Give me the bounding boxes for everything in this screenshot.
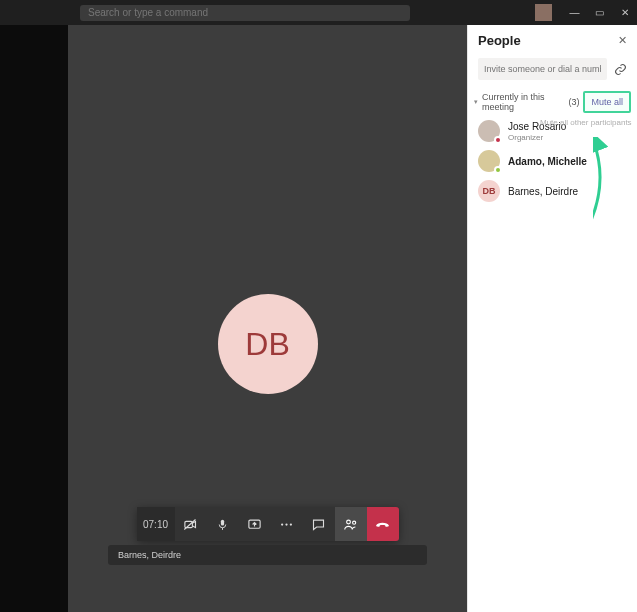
close-icon: ✕ — [621, 7, 629, 18]
window-minimize-button[interactable]: — — [562, 0, 587, 25]
people-button[interactable] — [335, 507, 367, 541]
hang-up-button[interactable] — [367, 507, 399, 541]
camera-off-icon — [183, 517, 198, 532]
window-maximize-button[interactable]: ▭ — [587, 0, 612, 25]
participant-name-bar: Barnes, Deirdre — [108, 545, 427, 565]
more-actions-button[interactable] — [271, 507, 303, 541]
avatar-initials: DB — [245, 326, 289, 363]
svg-point-9 — [352, 521, 355, 524]
link-icon — [614, 63, 627, 76]
svg-point-5 — [281, 523, 283, 525]
avatar — [478, 120, 500, 142]
me-avatar[interactable] — [535, 4, 552, 21]
maximize-icon: ▭ — [595, 7, 604, 18]
meeting-toolbar: 07:10 — [137, 507, 399, 541]
app-rail — [0, 25, 68, 612]
search-input[interactable] — [88, 7, 402, 18]
people-panel-title: People — [478, 33, 521, 48]
share-icon — [247, 517, 262, 532]
mic-toggle-button[interactable] — [207, 507, 239, 541]
people-icon — [343, 517, 359, 532]
participant-avatar-large: DB — [218, 294, 318, 394]
avatar: DB — [478, 180, 500, 202]
title-bar: — ▭ ✕ — [0, 0, 637, 25]
svg-rect-0 — [185, 521, 193, 527]
participant-text: Barnes, Deirdre — [508, 186, 578, 197]
camera-toggle-button[interactable] — [175, 507, 207, 541]
participant-row[interactable]: Adamo, Michelle — [468, 146, 637, 176]
participants-section-header[interactable]: ▾ Currently in this meeting (3) Mute all — [468, 88, 637, 116]
people-panel: People ✕ ▾ Currently in this meeting (3)… — [467, 25, 637, 612]
svg-point-8 — [346, 520, 350, 524]
window-close-button[interactable]: ✕ — [612, 0, 637, 25]
mute-all-tooltip: Mute all other participants — [540, 118, 632, 127]
chat-icon — [311, 517, 326, 532]
participant-row[interactable]: DBBarnes, Deirdre — [468, 176, 637, 206]
participant-row[interactable]: Jose RosarioOrganizerMute all other part… — [468, 116, 637, 146]
chevron-down-icon: ▾ — [474, 98, 478, 106]
section-count: (3) — [568, 97, 579, 107]
presence-dot — [494, 136, 502, 144]
meeting-timer: 07:10 — [137, 507, 175, 541]
minimize-icon: — — [570, 7, 580, 18]
ellipsis-icon — [279, 517, 294, 532]
chat-button[interactable] — [303, 507, 335, 541]
svg-rect-2 — [221, 519, 224, 525]
avatar — [478, 150, 500, 172]
svg-point-7 — [290, 523, 292, 525]
copy-join-info-button[interactable] — [613, 62, 627, 76]
svg-point-6 — [285, 523, 287, 525]
meeting-stage: DB 07:10 — [68, 25, 467, 612]
section-label: Currently in this meeting — [482, 92, 565, 112]
participant-text: Adamo, Michelle — [508, 156, 587, 167]
mic-icon — [216, 517, 229, 532]
mute-all-button[interactable]: Mute all — [583, 91, 631, 113]
participant-role: Organizer — [508, 133, 566, 142]
search-box[interactable] — [80, 5, 410, 21]
share-screen-button[interactable] — [239, 507, 271, 541]
participant-name: Barnes, Deirdre — [508, 186, 578, 197]
participant-name: Adamo, Michelle — [508, 156, 587, 167]
close-icon: ✕ — [618, 34, 627, 46]
people-panel-close-button[interactable]: ✕ — [618, 34, 627, 47]
hang-up-icon — [374, 517, 391, 532]
presence-dot — [494, 166, 502, 174]
invite-input[interactable] — [478, 58, 607, 80]
participant-display-name: Barnes, Deirdre — [118, 550, 181, 560]
